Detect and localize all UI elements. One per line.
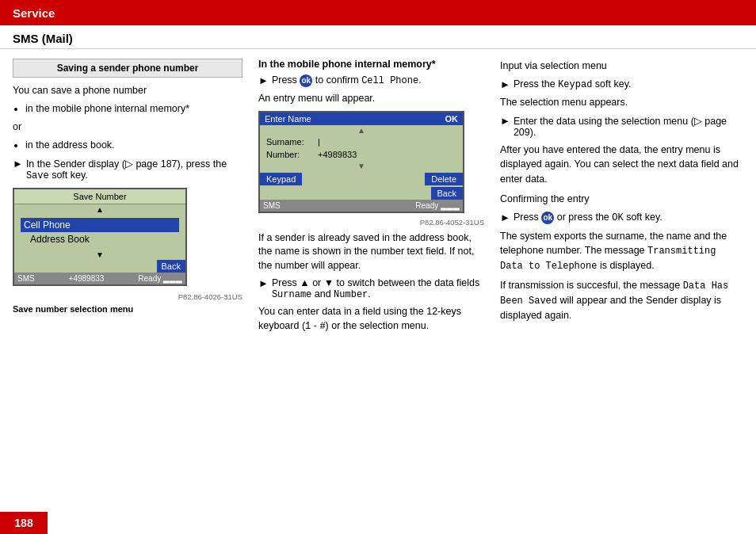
entry-appears: An entry menu will appear.: [258, 92, 484, 106]
mid-header-text: In the mobile phone internal memory*: [258, 59, 436, 70]
arrow-symbol: ►: [13, 158, 23, 170]
right-after-entry: After you have entered the data, the ent…: [500, 143, 743, 187]
right-arrow2-text: Enter the data using the selection menu …: [514, 115, 743, 138]
success-text: If transmission is succesful, the messag…: [500, 278, 743, 323]
surname-label: Surname:: [266, 137, 318, 147]
section-title: SMS (Mail): [0, 25, 756, 49]
number-label: Number:: [266, 150, 318, 159]
mid-arrow1-text: Press ok to confirm Cell Phone.: [272, 74, 422, 87]
right-arrow3-text: Press ok or press the OK soft key.: [514, 212, 662, 224]
left-arrow-text: In the Sender display (▷ page 187), pres…: [26, 158, 242, 181]
right-intro: Input via selection menu: [500, 59, 743, 74]
phone-screen-enter: Enter Name OK ▲ Surname: | Number: +4989…: [258, 111, 464, 213]
delete-btn: Delete: [425, 173, 463, 185]
mid-arrow2-sym: ►: [258, 277, 269, 289]
keypad-label-right: Keypad: [558, 79, 592, 90]
screen-arrow-up: ▲: [14, 204, 185, 215]
ok-circle-right: ok: [541, 212, 554, 224]
phone-screen-save: Save Number ▲ Cell Phone Address Book ▼ …: [13, 188, 187, 286]
enter-status-signal: Ready ▂▂▂: [415, 201, 460, 210]
right-arrow1: ► Press the Keypad soft key.: [500, 78, 743, 90]
exports-text: The system exports the surname, the name…: [500, 229, 743, 274]
screen-btn-row1: Keypad Delete: [260, 171, 463, 187]
middle-column: In the mobile phone internal memory* ► P…: [258, 59, 484, 524]
right-arrow2: ► Enter the data using the selection men…: [500, 115, 743, 138]
mid-arrow2: ► Press ▲ or ▼ to switch between the dat…: [258, 277, 484, 300]
screen-save-body: Cell Phone Address Book: [14, 215, 185, 250]
screen-number-row: Number: +4989833: [260, 148, 463, 161]
save-key-label: Save: [26, 170, 49, 181]
mid-screen-caption-id: P82.86-4052-31US: [258, 218, 484, 227]
screen-divider-down: ▼: [260, 161, 463, 171]
left-intro: You can save a phone number: [13, 84, 242, 98]
enter-status-sms: SMS: [263, 201, 281, 210]
mid-arrow1: ► Press ok to confirm Cell Phone.: [258, 74, 484, 87]
right-column: Input via selection menu ► Press the Key…: [500, 59, 743, 524]
right-arrow1-text: Press the Keypad soft key.: [514, 78, 632, 90]
screen-surname-row: Surname: |: [260, 135, 463, 148]
mid-arrow1-sym: ►: [258, 74, 269, 86]
left-column: Saving a sender phone number You can sav…: [13, 59, 242, 524]
surname-value: |: [318, 137, 456, 147]
selection-appears: The selection menu appears.: [500, 95, 743, 110]
right-arrow3-sym: ►: [500, 212, 510, 223]
screen-cell-phone: Cell Phone: [21, 218, 179, 232]
header-title: Service: [13, 6, 55, 20]
right-arrow3: ► Press ok or press the OK soft key.: [500, 212, 743, 224]
status-number: +4989833: [69, 274, 105, 283]
enter-name-title: Enter Name: [265, 114, 311, 124]
ok-button-icon: ok: [300, 74, 312, 87]
screen-enter-titlebar: Enter Name OK: [260, 113, 463, 125]
page-number: 188: [0, 512, 48, 534]
screen-status-bar: SMS +4989833 Ready ▂▂▂: [14, 273, 185, 284]
screen-enter-status: SMS Ready ▂▂▂: [260, 200, 463, 212]
right-arrow1-sym: ►: [500, 78, 510, 90]
left-bullet3: in the address book.: [25, 138, 242, 153]
mid-arrow2-text: Press ▲ or ▼ to switch between the data …: [272, 277, 484, 300]
screen-back-btn: Back: [157, 260, 185, 273]
left-screen-caption: Save number selection menu: [13, 304, 242, 314]
mid-section-header: In the mobile phone internal memory*: [258, 59, 484, 70]
left-screen-caption-id: P82.86-4026-31US: [13, 292, 242, 301]
left-or: or: [13, 120, 242, 135]
confirm-header: Confirming the entry: [500, 192, 743, 207]
number-value: +4989833: [318, 150, 456, 159]
screen-back-row: Back: [260, 187, 463, 200]
saving-box-title: Saving a sender phone number: [13, 59, 242, 78]
screen-divider-up: ▲: [260, 125, 463, 135]
screen-ok-label: OK: [445, 114, 459, 124]
screen-arrow-down: ▼: [14, 250, 185, 260]
mid-para2: If a sender is already saved in the addr…: [258, 231, 484, 273]
header: Service: [0, 0, 756, 25]
left-bullet1: in the mobile phone internal memory*: [25, 101, 242, 116]
status-sms: SMS: [17, 274, 35, 283]
left-arrow-item: ► In the Sender display (▷ page 187), pr…: [13, 158, 242, 181]
right-arrow2-sym: ►: [500, 115, 510, 127]
screen-address-book: Address Book: [21, 232, 179, 246]
mid-para3: You can enter data in a field using the …: [258, 305, 484, 333]
cell-phone-code: Cell Phone: [361, 75, 418, 86]
screen-save-title: Save Number: [14, 189, 185, 204]
back-btn-mid: Back: [431, 187, 463, 200]
keypad-btn: Keypad: [260, 173, 302, 185]
status-signal: Ready ▂▂▂: [138, 274, 182, 283]
